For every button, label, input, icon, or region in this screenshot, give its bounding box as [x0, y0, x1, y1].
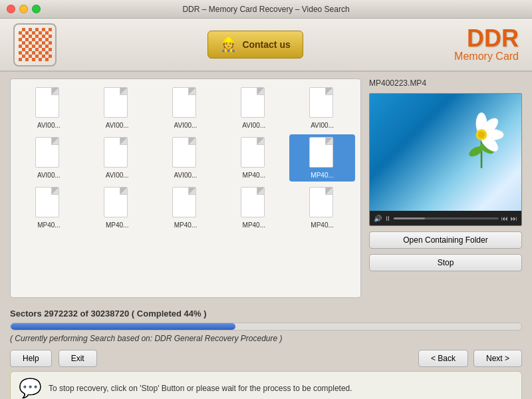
file-item[interactable]: AVI00... [153, 84, 219, 132]
rewind-icon[interactable]: ⏮ [501, 215, 508, 222]
file-icon [172, 87, 199, 120]
file-label: AVI00... [242, 122, 265, 129]
back-button[interactable]: < Back [418, 350, 468, 367]
nav-buttons-right: < Back Next > [418, 350, 522, 367]
file-item[interactable]: MP40... [16, 184, 82, 231]
file-label: AVI00... [311, 122, 334, 129]
progress-bar [10, 323, 522, 331]
window-controls [7, 5, 41, 13]
file-item[interactable]: AVI00... [84, 84, 150, 132]
info-message: To stop recovery, click on 'Stop' Button… [49, 384, 352, 393]
video-controls[interactable]: 🔊 ⏸ ⏮ ⏭ [370, 211, 521, 225]
file-label: MP40... [243, 221, 265, 229]
info-bar: 💬 To stop recovery, click on 'Stop' Butt… [10, 371, 522, 399]
file-item[interactable]: MP40... [84, 184, 150, 231]
help-button[interactable]: Help [10, 350, 52, 367]
video-preview: 🔊 ⏸ ⏮ ⏭ [369, 93, 522, 226]
svg-point-8 [478, 132, 485, 138]
file-grid-container[interactable]: AVI00...AVI00...AVI00...AVI00...AVI00...… [10, 78, 361, 298]
app-logo [13, 23, 57, 66]
progress-fill [11, 323, 235, 330]
header: 👷 Contact us DDR Memory Card [0, 19, 532, 72]
file-label: AVI00... [37, 172, 61, 179]
preview-panel: MP400223.MP4 🔊 ⏸ [369, 78, 522, 298]
file-icon [309, 187, 336, 220]
info-icon: 💬 [19, 377, 42, 399]
exit-button[interactable]: Exit [59, 350, 97, 367]
file-item[interactable]: MP40... [221, 134, 287, 182]
file-item[interactable]: AVI00... [16, 84, 82, 132]
preview-filename: MP400223.MP4 [369, 78, 522, 88]
brand-title: DDR [454, 27, 519, 51]
file-icon [104, 187, 130, 220]
file-item[interactable]: AVI00... [84, 134, 150, 182]
contact-button[interactable]: 👷 Contact us [207, 31, 303, 59]
contact-label: Contact us [242, 39, 290, 50]
file-icon [35, 87, 62, 120]
file-label: AVI00... [174, 122, 198, 129]
file-item[interactable]: AVI00... [16, 134, 82, 182]
file-item[interactable]: MP40... [289, 134, 355, 182]
file-grid: AVI00...AVI00...AVI00...AVI00...AVI00...… [16, 84, 355, 231]
file-label: MP40... [311, 221, 333, 229]
video-progress-fill [394, 217, 425, 219]
file-icon [309, 137, 336, 170]
file-icon [241, 137, 267, 170]
minimize-button[interactable] [19, 5, 28, 13]
video-progress[interactable] [394, 217, 499, 219]
file-label: MP40... [311, 172, 333, 179]
file-icon [35, 137, 62, 170]
progress-section: Sectors 2972232 of 30238720 ( Completed … [0, 305, 532, 346]
file-item[interactable]: MP40... [153, 184, 219, 231]
file-item[interactable]: AVI00... [289, 84, 355, 132]
file-item[interactable]: AVI00... [153, 134, 219, 182]
brand-area: DDR Memory Card [454, 27, 519, 63]
file-label: AVI00... [106, 172, 129, 179]
file-icon [241, 87, 267, 120]
progress-text: Sectors 2972232 of 30238720 ( Completed … [10, 309, 522, 319]
file-label: MP40... [174, 221, 197, 229]
file-icon [104, 87, 130, 120]
file-item[interactable]: MP40... [221, 184, 287, 231]
file-icon [172, 187, 199, 220]
status-text: ( Currently performing Search based on: … [10, 334, 522, 343]
file-icon [172, 137, 199, 170]
file-icon [241, 187, 267, 220]
file-icon [104, 137, 130, 170]
volume-icon[interactable]: 🔊 [374, 215, 382, 222]
open-folder-button[interactable]: Open Containing Folder [369, 231, 522, 249]
file-label: AVI00... [106, 122, 129, 129]
main-content: AVI00...AVI00...AVI00...AVI00...AVI00...… [0, 72, 532, 305]
stop-button[interactable]: Stop [369, 254, 522, 271]
file-icon [309, 87, 336, 120]
next-button[interactable]: Next > [473, 350, 522, 367]
file-icon [35, 187, 62, 220]
brand-subtitle: Memory Card [454, 51, 519, 63]
pause-icon[interactable]: ⏸ [384, 215, 391, 222]
file-label: AVI00... [37, 122, 61, 129]
window-title: DDR – Memory Card Recovery – Video Searc… [182, 5, 349, 14]
file-label: MP40... [106, 221, 128, 229]
file-item[interactable]: AVI00... [221, 84, 287, 132]
bottom-bar: Help Exit < Back Next > [0, 346, 532, 371]
close-button[interactable] [7, 5, 15, 13]
contact-icon: 👷 [220, 37, 237, 53]
file-label: AVI00... [174, 172, 198, 179]
file-item[interactable]: MP40... [289, 184, 355, 231]
maximize-button[interactable] [32, 5, 41, 13]
titlebar: DDR – Memory Card Recovery – Video Searc… [0, 0, 532, 19]
logo-icon [19, 28, 52, 61]
forward-icon[interactable]: ⏭ [511, 215, 517, 222]
file-label: MP40... [243, 172, 265, 179]
file-label: MP40... [37, 221, 60, 229]
flower-decoration [455, 107, 508, 174]
